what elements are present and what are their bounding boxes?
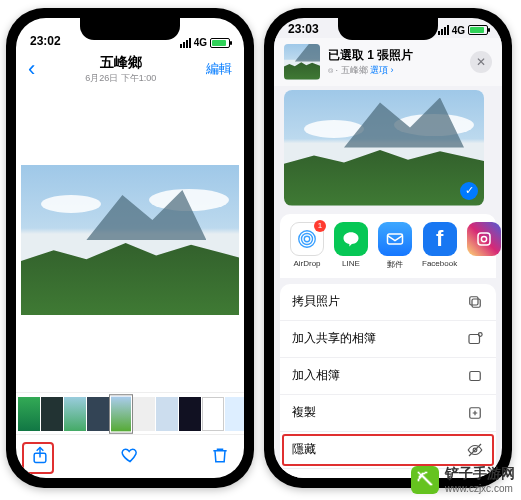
app-label: LINE	[342, 259, 360, 268]
nav-bar: ‹ 五峰鄉 6月26日 下午1:00 編輯	[16, 50, 244, 88]
thumbnail[interactable]	[225, 397, 244, 431]
trash-icon	[210, 445, 230, 465]
network-label: 4G	[452, 25, 465, 36]
share-icon	[30, 445, 50, 465]
close-button[interactable]: ✕	[470, 51, 492, 73]
status-time: 23:03	[288, 22, 319, 36]
thumbnail[interactable]	[18, 397, 40, 431]
thumbnail[interactable]	[41, 397, 63, 431]
heart-icon	[120, 445, 140, 465]
bottom-toolbar	[16, 434, 244, 478]
battery-icon	[468, 25, 488, 35]
plus-square-icon	[466, 404, 484, 422]
chevron-right-icon: ›	[391, 65, 394, 75]
airdrop-badge: 1	[314, 220, 326, 232]
signal-icon	[180, 38, 191, 48]
selection-meta: ⌾ · 五峰鄉 選項 ›	[328, 64, 462, 77]
action-add-album[interactable]: 加入相簿	[280, 358, 496, 395]
action-label: 拷貝照片	[292, 293, 340, 310]
copy-icon	[466, 293, 484, 311]
app-label: 郵件	[387, 259, 403, 270]
eye-slash-icon	[466, 441, 484, 459]
airdrop-icon: 1	[290, 222, 324, 256]
line-icon	[334, 222, 368, 256]
svg-point-1	[304, 236, 310, 242]
photo-title: 五峰鄉	[35, 54, 206, 72]
svg-point-2	[302, 233, 313, 244]
network-label: 4G	[194, 37, 207, 48]
thumbnail-selected[interactable]	[110, 395, 132, 432]
svg-point-10	[478, 332, 482, 336]
action-duplicate[interactable]: 複製	[280, 395, 496, 432]
selection-title: 已選取 1 張照片	[328, 47, 462, 64]
action-label: 加入相簿	[292, 367, 340, 384]
shared-album-icon	[466, 330, 484, 348]
svg-rect-9	[469, 334, 480, 343]
share-button[interactable]	[30, 445, 50, 469]
options-button[interactable]: 選項	[370, 65, 388, 75]
share-app-facebook[interactable]: f Facebook	[422, 222, 457, 270]
share-apps-row: 1 AirDrop LINE 郵件	[280, 214, 496, 278]
watermark-url: www.czjxc.com	[445, 483, 515, 494]
svg-rect-5	[478, 233, 490, 245]
mail-icon	[378, 222, 412, 256]
delete-button[interactable]	[210, 445, 230, 469]
thumbnail[interactable]	[64, 397, 86, 431]
favorite-button[interactable]	[120, 445, 140, 469]
share-app-line[interactable]: LINE	[334, 222, 368, 270]
battery-icon	[210, 38, 230, 48]
share-sheet-header: 已選取 1 張照片 ⌾ · 五峰鄉 選項 › ✕	[274, 38, 502, 86]
photo-timestamp: 6月26日 下午1:00	[35, 72, 206, 85]
thumbnail[interactable]	[156, 397, 178, 431]
share-app-instagram[interactable]	[467, 222, 501, 270]
photo-viewer[interactable]	[16, 88, 244, 392]
preview-row: ✓	[274, 86, 502, 214]
watermark-name: 铲子手游网	[445, 465, 515, 483]
thumbnail-strip[interactable]	[16, 392, 244, 434]
edit-button[interactable]: 編輯	[206, 60, 232, 78]
phone-right: 23:03 4G 已選取 1 張照片 ⌾ · 五峰鄉 選項 ›	[264, 8, 512, 488]
actions-group-1: 拷貝照片 加入共享的相簿 加入相簿 複製 隱藏	[280, 284, 496, 478]
signal-icon	[438, 25, 449, 35]
svg-rect-4	[388, 234, 403, 244]
selected-check-icon: ✓	[460, 182, 478, 200]
thumbnail[interactable]	[202, 397, 224, 431]
action-label: 隱藏	[292, 441, 316, 458]
app-label: AirDrop	[293, 259, 320, 268]
action-add-shared-album[interactable]: 加入共享的相簿	[280, 321, 496, 358]
svg-point-6	[482, 236, 487, 241]
action-hide[interactable]: 隱藏	[280, 432, 496, 469]
back-button[interactable]: ‹	[28, 56, 35, 82]
watermark-logo-icon: ⛏	[411, 466, 439, 494]
svg-rect-8	[470, 296, 478, 304]
close-icon: ✕	[476, 55, 486, 69]
thumbnail[interactable]	[133, 397, 155, 431]
watermark: ⛏ 铲子手游网 www.czjxc.com	[411, 465, 515, 494]
action-label: 複製	[292, 404, 316, 421]
thumbnail[interactable]	[87, 397, 109, 431]
share-app-airdrop[interactable]: 1 AirDrop	[290, 222, 324, 270]
selected-thumbnail	[284, 44, 320, 80]
status-time: 23:02	[30, 34, 61, 48]
instagram-icon	[467, 222, 501, 256]
thumbnail[interactable]	[179, 397, 201, 431]
notch	[80, 18, 180, 40]
svg-rect-11	[470, 371, 481, 380]
photo-preview[interactable]: ✓	[284, 90, 484, 206]
share-app-mail[interactable]: 郵件	[378, 222, 412, 270]
phone-left: 23:02 4G ‹ 五峰鄉 6月26日 下午1:00 編輯	[6, 8, 254, 488]
album-icon	[466, 367, 484, 385]
action-copy-photo[interactable]: 拷貝照片	[280, 284, 496, 321]
svg-point-13	[473, 448, 477, 452]
svg-rect-7	[472, 299, 480, 307]
facebook-icon: f	[423, 222, 457, 256]
notch	[338, 18, 438, 40]
action-label: 加入共享的相簿	[292, 330, 376, 347]
app-label: Facebook	[422, 259, 457, 268]
